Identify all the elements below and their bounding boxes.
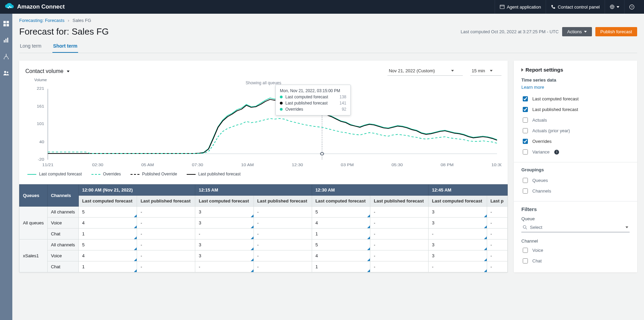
interval-select[interactable]: 15 min <box>470 67 501 76</box>
grp-check[interactable]: Queues <box>521 175 630 186</box>
connect-logo-icon <box>5 3 14 11</box>
svg-rect-9 <box>4 40 5 42</box>
svg-text:10 AM: 10 AM <box>241 163 254 167</box>
report-settings-panel: Report settings Time series data Learn m… <box>514 61 637 272</box>
ts-check[interactable]: Overrides <box>521 136 630 147</box>
chevron-down-icon <box>451 70 454 72</box>
legend-lpf: Last published forecast <box>187 172 240 176</box>
svg-text:02:30: 02:30 <box>92 163 103 167</box>
ts-check[interactable]: Last computed forecast <box>521 94 630 104</box>
svg-text:05 AM: 05 AM <box>141 163 154 167</box>
chevron-right-icon: › <box>68 18 69 23</box>
legend-published-override: Published Override <box>131 172 177 176</box>
svg-text:07:30: 07:30 <box>192 163 203 167</box>
chevron-right-icon <box>521 68 523 72</box>
svg-text:221: 221 <box>37 87 44 91</box>
locale-menu[interactable] <box>605 0 624 14</box>
phone-icon <box>551 4 556 9</box>
search-icon <box>523 225 527 230</box>
tab-long-term[interactable]: Long term <box>19 40 42 53</box>
y-axis-label: Volume <box>34 78 37 82</box>
svg-rect-7 <box>3 24 6 26</box>
date-range-select[interactable]: Nov 21, 2022 (Custom) <box>387 67 463 76</box>
tooltip-time: Mon, Nov 21, 2022, 03:15:00 PM <box>280 88 346 93</box>
breadcrumb-current: Sales FG <box>73 18 91 23</box>
svg-rect-6 <box>7 21 9 23</box>
svg-line-36 <box>526 228 527 230</box>
chart: Volume Showing all queues 22116110140-20… <box>25 78 501 168</box>
ccp-link[interactable]: Contact control panel <box>546 0 605 14</box>
chevron-down-icon <box>626 226 628 228</box>
globe-icon <box>610 4 615 9</box>
ts-check[interactable]: Actuals (prior year) <box>521 125 630 136</box>
svg-text:-20: -20 <box>38 157 44 161</box>
svg-rect-10 <box>5 39 7 42</box>
queue-filter-select[interactable]: Select <box>521 223 630 232</box>
routing-icon[interactable] <box>3 53 9 60</box>
svg-text:?: ? <box>631 5 633 9</box>
users-icon[interactable] <box>3 70 9 76</box>
agent-application-link[interactable]: Agent application <box>495 0 546 14</box>
svg-rect-11 <box>7 38 8 42</box>
channel-filter-label: Channel <box>521 238 630 244</box>
svg-text:161: 161 <box>37 104 44 108</box>
left-nav-rail <box>0 14 12 279</box>
chart-subtitle: Showing all queues <box>25 81 501 85</box>
legend-overrides: Overrides <box>91 172 121 176</box>
analytics-icon[interactable] <box>3 37 9 43</box>
brand: Amazon Connect <box>5 3 65 11</box>
svg-point-13 <box>7 72 9 73</box>
svg-text:12:30: 12:30 <box>292 163 303 167</box>
chevron-down-icon <box>490 70 493 72</box>
window-icon <box>500 4 505 9</box>
svg-point-34 <box>321 152 324 155</box>
queue-filter-label: Queue <box>521 216 630 221</box>
last-computed-text: Last computed Oct 20, 2022 at 3:27:25 PM… <box>461 29 559 34</box>
chart-legend: Last computed forecast Overrides Publish… <box>27 172 501 176</box>
page-title: Forecast for: Sales FG <box>19 26 109 37</box>
svg-rect-8 <box>7 24 9 26</box>
groupings-label: Groupings <box>521 167 630 172</box>
info-icon: i <box>554 150 559 155</box>
ts-check[interactable]: Actuals <box>521 115 630 125</box>
ts-check[interactable]: Last published forecast <box>521 104 630 115</box>
svg-text:40: 40 <box>39 140 44 144</box>
forecast-table[interactable]: QueuesChannels12:00 AM (Nov 21, 2022)12:… <box>19 184 508 272</box>
dashboard-icon[interactable] <box>3 21 9 27</box>
publish-forecast-button[interactable]: Publish forecast <box>595 27 637 36</box>
chart-tooltip: Mon, Nov 21, 2022, 03:15:00 PM Last comp… <box>275 85 351 115</box>
main-panel: Contact volume Nov 21, 2022 (Custom) 15 … <box>19 61 508 272</box>
term-tabs: Long term Short term <box>19 40 637 53</box>
breadcrumb: Forecasting: Forecasts › Sales FG <box>19 16 637 26</box>
chevron-down-icon <box>584 31 587 33</box>
voice-checkbox[interactable]: Voice <box>521 245 630 256</box>
app-header: Amazon Connect Agent application Contact… <box>0 0 644 14</box>
legend-lcf: Last computed forecast <box>27 172 82 176</box>
svg-text:11/21: 11/21 <box>42 163 53 167</box>
chevron-down-icon <box>617 6 619 8</box>
grp-check[interactable]: Channels <box>521 186 630 196</box>
chat-checkbox[interactable]: Chat <box>521 256 630 266</box>
tab-short-term[interactable]: Short term <box>52 40 78 53</box>
svg-text:08 PM: 08 PM <box>441 163 454 167</box>
svg-text:101: 101 <box>37 122 44 126</box>
svg-rect-0 <box>500 5 504 9</box>
time-series-label: Time series data <box>521 77 630 83</box>
breadcrumb-root[interactable]: Forecasting: Forecasts <box>19 18 64 23</box>
svg-text:05:30: 05:30 <box>392 163 403 167</box>
svg-text:03 PM: 03 PM <box>341 163 354 167</box>
report-settings-title: Report settings <box>521 67 630 73</box>
learn-more-link[interactable]: Learn more <box>521 85 544 90</box>
svg-point-12 <box>4 71 6 73</box>
help-icon: ? <box>629 4 634 10</box>
ts-check[interactable]: Variancei <box>521 147 630 157</box>
help-link[interactable]: ? <box>624 0 639 14</box>
chevron-down-icon <box>67 71 70 72</box>
filters-label: Filters <box>521 206 630 212</box>
metric-dropdown[interactable]: Contact volume <box>25 68 70 74</box>
actions-button[interactable]: Actions <box>562 27 592 36</box>
svg-point-35 <box>523 225 526 228</box>
svg-rect-5 <box>3 21 6 23</box>
svg-text:10:30: 10:30 <box>492 163 501 167</box>
brand-text: Amazon Connect <box>17 3 65 10</box>
